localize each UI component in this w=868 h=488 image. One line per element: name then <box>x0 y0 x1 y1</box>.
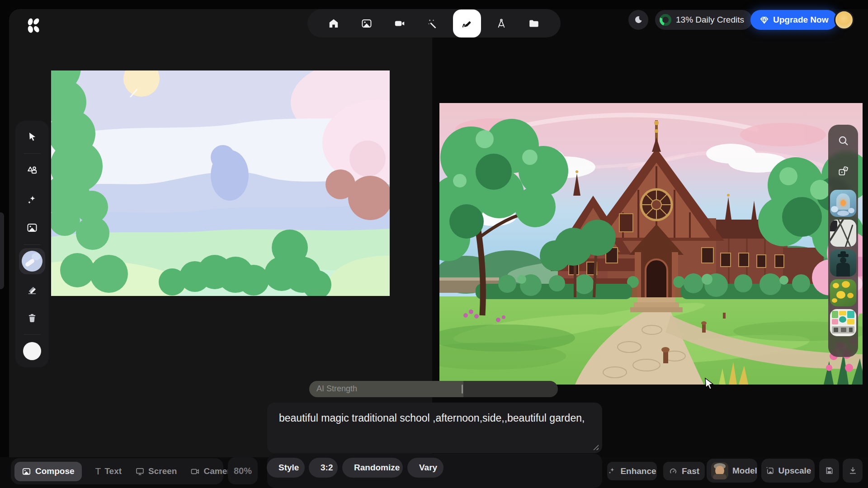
eraser-icon <box>26 284 38 296</box>
shapes-tool[interactable] <box>26 164 38 176</box>
text-icon: T <box>95 466 101 477</box>
style-button[interactable]: Style <box>267 458 305 478</box>
style-label: Style <box>278 463 299 473</box>
prompt-text[interactable]: beautiful magic traditional school ,afte… <box>279 410 590 427</box>
mode-compose-label: Compose <box>35 466 75 476</box>
brush-tool-selected[interactable] <box>19 248 45 274</box>
vary-label: Vary <box>419 463 437 473</box>
brush-size-preview <box>22 251 42 272</box>
krea-logo[interactable] <box>25 17 42 33</box>
fast-label: Fast <box>682 466 699 476</box>
search-style-button[interactable] <box>837 135 849 146</box>
randomize-button[interactable]: Randomize <box>342 458 403 478</box>
vector-icon <box>495 18 507 29</box>
upgrade-button[interactable]: Upgrade Now <box>750 10 837 30</box>
image-icon <box>26 222 38 234</box>
ai-tool[interactable] <box>26 194 38 206</box>
draw-toolbar <box>15 121 49 367</box>
ai-strength-label: AI Strength <box>316 384 357 394</box>
sparkles-icon <box>26 194 38 206</box>
nav-video[interactable] <box>387 11 412 36</box>
upgrade-label: Upgrade Now <box>773 15 828 25</box>
download-button[interactable] <box>843 459 863 483</box>
zoom-level-button[interactable]: 80% <box>228 457 258 484</box>
resize-handle-icon[interactable] <box>593 445 599 450</box>
mode-screen-label: Screen <box>148 466 177 476</box>
screen-icon <box>135 467 145 476</box>
randomize-label: Randomize <box>354 463 400 473</box>
eraser-tool[interactable] <box>26 284 38 296</box>
random-style-button[interactable] <box>837 165 849 177</box>
color-picker[interactable] <box>23 342 41 360</box>
upscale-icon <box>765 466 774 475</box>
save-icon <box>825 466 834 475</box>
style-thumbnail-flowers[interactable] <box>830 279 856 306</box>
download-icon <box>848 466 858 475</box>
mode-switcher: Compose T Text Screen Camera <box>11 458 223 484</box>
credits-progress-ring <box>660 14 671 26</box>
mode-compose-active[interactable]: Compose <box>14 462 82 481</box>
credits-label: 13% Daily Credits <box>676 15 744 25</box>
drawing-canvas[interactable] <box>51 70 390 296</box>
vary-button[interactable]: Vary <box>407 458 443 478</box>
daily-credits[interactable]: 13% Daily Credits <box>655 10 752 30</box>
gem-icon <box>760 15 769 25</box>
nav-gallery[interactable] <box>354 11 379 36</box>
aspect-ratio-button[interactable]: 3:2 <box>309 458 338 478</box>
image-tool[interactable] <box>26 222 38 234</box>
mode-screen[interactable]: Screen <box>135 466 177 476</box>
save-button[interactable] <box>819 459 839 483</box>
draw-icon <box>461 17 473 30</box>
folder-icon <box>528 18 540 29</box>
trash-icon <box>27 313 38 324</box>
ai-strength-slider[interactable]: AI Strength <box>309 381 558 397</box>
image-icon <box>22 467 31 476</box>
mouse-cursor <box>704 378 716 390</box>
select-tool[interactable] <box>26 131 38 143</box>
ai-strength-handle[interactable] <box>462 385 463 394</box>
clear-canvas-tool[interactable] <box>27 313 38 324</box>
upscale-label: Upscale <box>778 466 811 476</box>
camera-icon <box>190 467 200 476</box>
style-dice-icon <box>837 165 849 177</box>
prompt-box[interactable]: beautiful magic traditional school ,afte… <box>267 403 602 453</box>
toolbar-divider <box>24 244 40 245</box>
search-icon <box>837 135 849 146</box>
color-swatch <box>23 342 41 360</box>
home-icon <box>328 18 340 29</box>
nav-files[interactable] <box>521 11 547 36</box>
style-thumbnail-collage[interactable] <box>830 309 856 336</box>
nav-enhance[interactable] <box>420 11 445 36</box>
fast-mode-button[interactable]: Fast <box>663 462 705 480</box>
aspect-ratio-label: 3:2 <box>321 463 333 473</box>
theme-toggle[interactable] <box>628 10 648 30</box>
toolbar-divider <box>24 153 40 154</box>
enhance-button[interactable]: Enhance <box>607 462 657 480</box>
cursor-icon <box>26 131 38 143</box>
wand-icon <box>427 18 439 29</box>
nav-vector[interactable] <box>489 11 514 36</box>
edge-panel-handle <box>0 212 4 289</box>
nav-draw-active[interactable] <box>453 9 481 38</box>
fast-icon <box>669 467 678 476</box>
enhance-icon <box>608 467 616 475</box>
shapes-icon <box>26 164 38 176</box>
mode-text-label: Text <box>104 466 122 476</box>
style-panel <box>828 125 858 357</box>
brush-tile <box>19 248 45 274</box>
zoom-level-label: 80% <box>234 466 252 476</box>
style-thumbnail-branches[interactable] <box>830 220 856 247</box>
upscale-button[interactable]: Upscale <box>761 459 815 483</box>
toolbar-divider <box>24 334 40 335</box>
moon-icon <box>633 15 643 25</box>
enhance-label: Enhance <box>620 466 656 476</box>
style-thumbnail-dome[interactable] <box>830 190 856 217</box>
video-icon <box>394 18 406 29</box>
nav-home[interactable] <box>321 11 346 36</box>
user-avatar[interactable] <box>834 10 854 30</box>
mode-text[interactable]: T Text <box>95 466 122 477</box>
model-avatar <box>711 462 728 479</box>
style-thumbnail-figure[interactable] <box>830 249 856 277</box>
generated-image[interactable] <box>439 103 863 385</box>
model-button[interactable]: Model <box>707 459 757 483</box>
